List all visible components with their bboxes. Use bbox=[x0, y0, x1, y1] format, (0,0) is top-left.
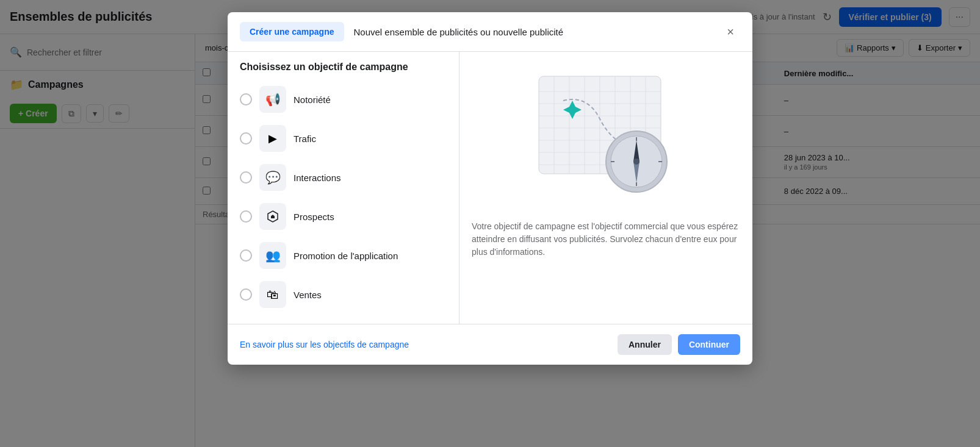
radio-notoriete[interactable] bbox=[240, 93, 252, 105]
objective-promotion[interactable]: 👥 Promotion de l'application bbox=[228, 236, 459, 275]
prospects-icon bbox=[259, 203, 286, 230]
modal-body: Choisissez un objectif de campagne 📢 Not… bbox=[228, 52, 752, 324]
create-campaign-tab[interactable]: Créer une campagne bbox=[240, 22, 344, 41]
objective-trafic[interactable]: ▶ Trafic bbox=[228, 119, 459, 158]
notoriete-icon: 📢 bbox=[259, 86, 286, 113]
objective-ventes[interactable]: 🛍 Ventes bbox=[228, 275, 459, 314]
objective-notoriete[interactable]: 📢 Notoriété bbox=[228, 80, 459, 119]
notoriete-label: Notoriété bbox=[294, 95, 331, 105]
cancel-button[interactable]: Annuler bbox=[618, 334, 672, 355]
promotion-label: Promotion de l'application bbox=[294, 251, 398, 261]
promotion-icon: 👥 bbox=[259, 242, 286, 269]
campaign-illustration bbox=[472, 64, 740, 210]
learn-more-link[interactable]: En savoir plus sur les objectifs de camp… bbox=[240, 340, 409, 349]
trafic-icon: ▶ bbox=[259, 125, 286, 152]
objective-interactions[interactable]: 💬 Interactions bbox=[228, 158, 459, 197]
modal-description-panel: Votre objectif de campagne est l'objecti… bbox=[459, 52, 752, 324]
modal-objectives-panel: Choisissez un objectif de campagne 📢 Not… bbox=[228, 52, 459, 324]
modal-footer: En savoir plus sur les objectifs de camp… bbox=[228, 324, 752, 365]
radio-ventes[interactable] bbox=[240, 288, 252, 301]
campaign-objective-modal: Créer une campagne Nouvel ensemble de pu… bbox=[228, 12, 752, 365]
modal-tab-label: Nouvel ensemble de publicités ou nouvell… bbox=[354, 27, 712, 37]
modal-section-title: Choisissez un objectif de campagne bbox=[228, 62, 459, 80]
radio-prospects[interactable] bbox=[240, 210, 252, 223]
ventes-icon: 🛍 bbox=[259, 281, 286, 308]
trafic-label: Trafic bbox=[294, 134, 316, 144]
radio-trafic[interactable] bbox=[240, 132, 252, 145]
modal-overlay: Créer une campagne Nouvel ensemble de pu… bbox=[0, 0, 980, 447]
prospects-label: Prospects bbox=[294, 212, 334, 222]
continue-button[interactable]: Continuer bbox=[678, 334, 740, 355]
interactions-label: Interactions bbox=[294, 173, 341, 183]
close-modal-button[interactable]: × bbox=[721, 22, 740, 41]
interactions-icon: 💬 bbox=[259, 164, 286, 191]
modal-header: Créer une campagne Nouvel ensemble de pu… bbox=[228, 12, 752, 52]
radio-promotion[interactable] bbox=[240, 249, 252, 262]
objective-prospects[interactable]: Prospects bbox=[228, 197, 459, 236]
ventes-label: Ventes bbox=[294, 290, 322, 300]
modal-description: Votre objectif de campagne est l'objecti… bbox=[472, 220, 740, 259]
svg-point-19 bbox=[633, 159, 640, 165]
radio-interactions[interactable] bbox=[240, 171, 252, 184]
modal-footer-buttons: Annuler Continuer bbox=[618, 334, 740, 355]
